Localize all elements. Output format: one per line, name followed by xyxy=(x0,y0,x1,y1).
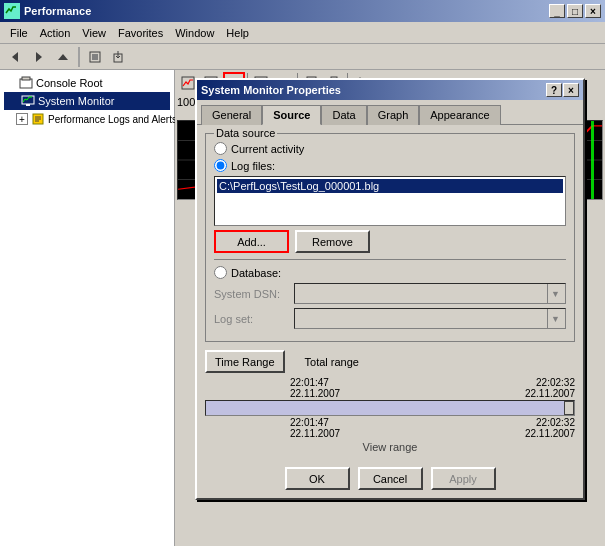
tree-item-console-root[interactable]: Console Root xyxy=(4,74,170,92)
minimize-btn[interactable]: _ xyxy=(549,4,565,18)
tab-appearance[interactable]: Appearance xyxy=(419,105,500,125)
toolbar-sep1 xyxy=(78,47,80,67)
close-btn[interactable]: × xyxy=(585,4,601,18)
system-dsn-arrow[interactable]: ▼ xyxy=(547,284,563,303)
database-radio[interactable] xyxy=(214,266,227,279)
svg-marker-2 xyxy=(36,52,42,62)
current-activity-radio[interactable] xyxy=(214,142,227,155)
back-btn[interactable] xyxy=(4,46,26,68)
dialog-title-bar: System Monitor Properties ? × xyxy=(197,80,583,100)
database-row: Database: xyxy=(214,266,566,279)
separator1 xyxy=(214,259,566,260)
log-files-row: Log files: xyxy=(214,159,566,172)
total-range-times: 22:01:47 22.11.2007 22:02:32 22.11.2007 xyxy=(205,377,575,399)
ok-button[interactable]: OK xyxy=(285,467,350,490)
menu-window[interactable]: Window xyxy=(169,25,220,41)
dialog-footer: OK Cancel Apply xyxy=(197,461,583,498)
total-range-label: Total range xyxy=(305,356,359,368)
left-panel: Console Root System Monitor + Performanc… xyxy=(0,70,175,546)
export-btn[interactable] xyxy=(108,46,130,68)
log-set-arrow[interactable]: ▼ xyxy=(547,309,563,328)
svg-marker-1 xyxy=(12,52,18,62)
log-files-list[interactable]: C:\PerfLogs\TestLog_000001.blg xyxy=(214,176,566,226)
menu-favorites[interactable]: Favorites xyxy=(112,25,169,41)
app-icon xyxy=(4,3,20,19)
log-files-label: Log files: xyxy=(231,160,275,172)
main-toolbar xyxy=(0,44,605,70)
svg-rect-8 xyxy=(22,77,30,80)
chart-spike xyxy=(591,121,594,199)
database-label: Database: xyxy=(231,267,281,279)
dialog-help-btn[interactable]: ? xyxy=(546,83,562,97)
maximize-btn[interactable]: □ xyxy=(567,4,583,18)
tab-graph[interactable]: Graph xyxy=(367,105,420,125)
tab-source[interactable]: Source xyxy=(262,105,321,125)
log-files-radio[interactable] xyxy=(214,159,227,172)
main-layout: Console Root System Monitor + Performanc… xyxy=(0,70,605,546)
system-monitor-label: System Monitor xyxy=(38,95,114,107)
svg-rect-5 xyxy=(92,54,98,60)
dialog-tabs: General Source Data Graph Appearance xyxy=(197,100,583,124)
current-activity-label: Current activity xyxy=(231,143,304,155)
perf-logs-label: Performance Logs and Alerts xyxy=(48,114,177,125)
system-dsn-row: System DSN: ▼ xyxy=(214,283,566,304)
tree-item-perf-logs[interactable]: + Performance Logs and Alerts xyxy=(4,110,170,128)
tab-data[interactable]: Data xyxy=(321,105,366,125)
add-button[interactable]: Add... xyxy=(214,230,289,253)
dialog-title-buttons: ? × xyxy=(546,83,579,97)
monitor-icon xyxy=(20,93,36,109)
time-range-button[interactable]: Time Range xyxy=(205,350,285,373)
add-remove-btns: Add... Remove xyxy=(214,230,566,253)
time-range-section: Time Range Total range 22:01:47 22.11.20… xyxy=(205,350,575,453)
time-slider-fill xyxy=(206,401,574,415)
logs-icon xyxy=(30,111,46,127)
view-end-time: 22:02:32 22.11.2007 xyxy=(525,417,575,439)
log-file-item[interactable]: C:\PerfLogs\TestLog_000001.blg xyxy=(217,179,563,193)
title-bar: Performance _ □ × xyxy=(0,0,605,22)
data-source-group: Data source Current activity Log files: … xyxy=(205,133,575,342)
window-title: Performance xyxy=(24,5,549,17)
forward-btn[interactable] xyxy=(28,46,50,68)
dialog-close-btn[interactable]: × xyxy=(563,83,579,97)
menu-help[interactable]: Help xyxy=(220,25,255,41)
dialog-body: Data source Current activity Log files: … xyxy=(197,124,583,461)
menu-file[interactable]: File xyxy=(4,25,34,41)
log-set-combo[interactable]: ▼ xyxy=(294,308,566,329)
time-range-header: Time Range Total range xyxy=(205,350,575,373)
show-hide-btn[interactable] xyxy=(84,46,106,68)
total-end-time: 22:02:32 22.11.2007 xyxy=(525,377,575,399)
log-set-row: Log set: ▼ xyxy=(214,308,566,329)
menu-view[interactable]: View xyxy=(76,25,112,41)
time-slider-thumb[interactable] xyxy=(564,401,574,415)
svg-marker-3 xyxy=(58,54,68,60)
data-source-group-label: Data source xyxy=(214,127,277,139)
database-section: Database: System DSN: ▼ Log set: xyxy=(214,266,566,329)
expand-icon[interactable]: + xyxy=(16,113,28,125)
content-area: 100 View Log Data (Ctrl+L) System Monito… xyxy=(175,70,605,546)
system-dsn-combo[interactable]: ▼ xyxy=(294,283,566,304)
tree-item-system-monitor[interactable]: System Monitor xyxy=(4,92,170,110)
total-start-time: 22:01:47 22.11.2007 xyxy=(290,377,340,399)
console-icon xyxy=(18,75,34,91)
tab-general[interactable]: General xyxy=(201,105,262,125)
menu-bar: File Action View Favorites Window Help xyxy=(0,22,605,44)
view-start-time: 22:01:47 22.11.2007 xyxy=(290,417,340,439)
current-activity-row: Current activity xyxy=(214,142,566,155)
view-range-times: 22:01:47 22.11.2007 22:02:32 22.11.2007 xyxy=(205,417,575,439)
menu-action[interactable]: Action xyxy=(34,25,77,41)
up-btn[interactable] xyxy=(52,46,74,68)
dialog-title-text: System Monitor Properties xyxy=(201,84,546,96)
apply-button[interactable]: Apply xyxy=(431,467,496,490)
remove-button[interactable]: Remove xyxy=(295,230,370,253)
view-range-label: View range xyxy=(205,441,575,453)
dialog: System Monitor Properties ? × General So… xyxy=(195,78,585,500)
cancel-button[interactable]: Cancel xyxy=(358,467,423,490)
log-set-label: Log set: xyxy=(214,313,294,325)
svg-rect-10 xyxy=(26,104,30,106)
time-slider[interactable] xyxy=(205,400,575,416)
scale-value: 100 xyxy=(177,96,195,108)
system-dsn-label: System DSN: xyxy=(214,288,294,300)
console-root-label: Console Root xyxy=(36,77,103,89)
